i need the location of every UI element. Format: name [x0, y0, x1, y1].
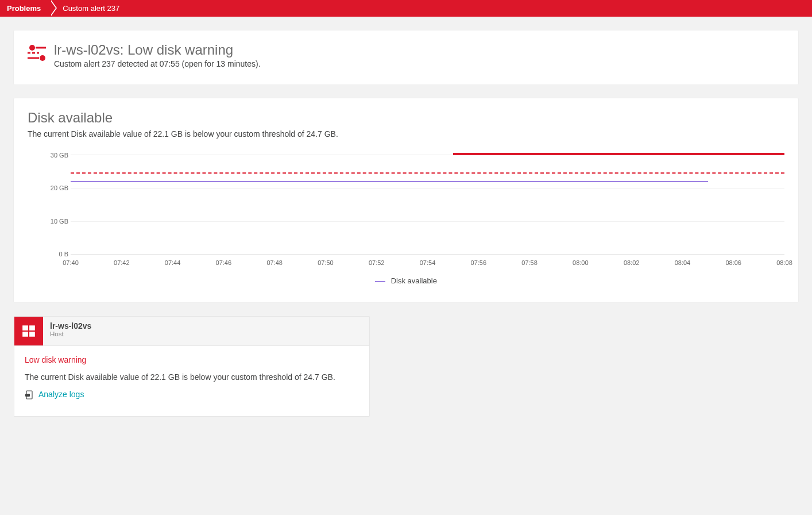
- x-tick-label: 07:48: [266, 259, 283, 266]
- svg-rect-7: [22, 332, 28, 337]
- host-warning-label: Low disk warning: [25, 355, 359, 364]
- data-line: [71, 181, 708, 182]
- x-tick-label: 08:08: [776, 259, 792, 266]
- y-tick-label: 30 GB: [48, 152, 68, 159]
- legend-label: Disk available: [391, 276, 437, 285]
- chart-subtitle: The current Disk available value of 22.1…: [28, 129, 784, 139]
- breadcrumb-root[interactable]: Problems: [0, 0, 50, 17]
- alert-duration-bar: [453, 153, 784, 155]
- x-tick-label: 07:58: [521, 259, 538, 266]
- legend-swatch-icon: [375, 281, 385, 282]
- host-card-header[interactable]: lr-ws-l02vs Host: [14, 317, 369, 346]
- x-tick-label: 07:56: [471, 259, 487, 266]
- alert-icon: [28, 44, 47, 63]
- svg-rect-5: [22, 325, 28, 330]
- x-tick-label: 07:46: [216, 259, 232, 266]
- y-tick-label: 0 B: [48, 251, 68, 258]
- x-tick-label: 07:44: [165, 259, 181, 266]
- svg-rect-6: [29, 325, 35, 330]
- analyze-logs-link[interactable]: Analyze logs: [38, 390, 84, 399]
- threshold-line: [71, 172, 784, 174]
- x-tick-label: 08:00: [573, 259, 589, 266]
- x-tick-label: 07:54: [420, 259, 436, 266]
- chart-title: Disk available: [28, 110, 784, 126]
- svg-point-3: [40, 55, 45, 61]
- chart-legend: Disk available: [28, 276, 784, 285]
- svg-point-0: [29, 45, 35, 51]
- page-title: lr-ws-l02vs: Low disk warning: [54, 42, 261, 58]
- x-tick-label: 08:02: [624, 259, 640, 266]
- problem-header-card: lr-ws-l02vs: Low disk warning Custom ale…: [14, 30, 798, 84]
- chart-x-axis: 07:4007:4207:4407:4607:4807:5007:5207:54…: [71, 258, 784, 270]
- chart-frame: 30 GB20 GB10 GB0 B 07:4007:4207:4407:460…: [51, 155, 784, 270]
- host-name: lr-ws-l02vs: [50, 321, 91, 330]
- x-tick-label: 08:04: [675, 259, 691, 266]
- host-type: Host: [50, 330, 91, 337]
- chart-plot-area: 30 GB20 GB10 GB0 B: [71, 155, 784, 255]
- y-tick-label: 10 GB: [48, 218, 68, 225]
- windows-icon: [14, 317, 43, 345]
- svg-rect-8: [29, 332, 35, 337]
- breadcrumb-current: Custom alert 237: [50, 0, 129, 17]
- y-tick-label: 20 GB: [48, 185, 68, 191]
- host-card: lr-ws-l02vs Host Low disk warning The cu…: [14, 316, 370, 417]
- chart-card: Disk available The current Disk availabl…: [14, 98, 798, 302]
- x-tick-label: 07:52: [369, 259, 385, 266]
- x-tick-label: 07:42: [114, 259, 130, 266]
- host-warning-detail: The current Disk available value of 22.1…: [25, 372, 359, 382]
- gridline: [71, 221, 784, 222]
- x-tick-label: 07:40: [63, 259, 79, 266]
- log-file-icon: [25, 390, 34, 398]
- x-tick-label: 08:06: [725, 259, 741, 266]
- gridline: [71, 188, 784, 189]
- x-tick-label: 07:50: [318, 259, 334, 266]
- page-subtitle: Custom alert 237 detected at 07:55 (open…: [54, 59, 261, 68]
- breadcrumb: Problems Custom alert 237: [0, 0, 812, 17]
- svg-rect-10: [25, 394, 30, 397]
